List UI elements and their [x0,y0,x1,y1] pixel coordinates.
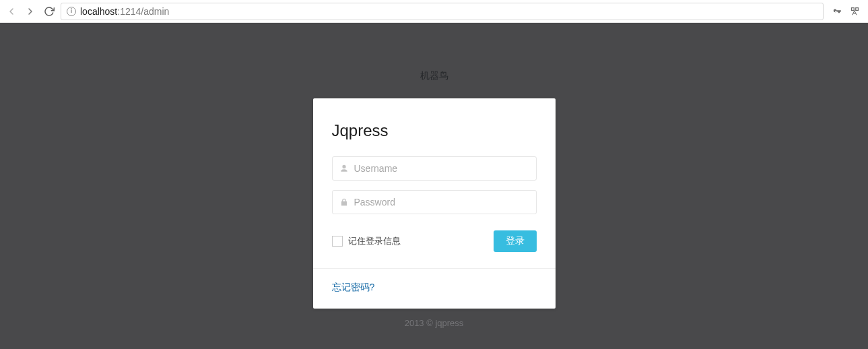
remember-label: 记住登录信息 [348,235,401,247]
remember-row[interactable]: 记住登录信息 [332,235,401,247]
page-body: 机器鸟 Jqpress 记住登录信息 登录 [0,23,868,349]
password-group [332,190,537,214]
site-title: 机器鸟 [420,70,448,82]
username-input[interactable] [354,163,529,174]
url-text: localhost:1214/admin [80,6,817,17]
forgot-password-link[interactable]: 忘记密码? [332,282,375,292]
username-group [332,156,537,181]
user-icon [339,164,349,173]
translate-icon[interactable] [849,6,860,17]
forward-button[interactable] [23,4,38,19]
copyright: 2013 © jqpress [405,318,464,328]
site-info-icon[interactable]: i [67,7,76,16]
reload-button[interactable] [42,4,57,19]
chrome-actions [828,6,864,17]
url-bar[interactable]: i localhost:1214/admin [61,3,824,20]
login-button[interactable]: 登录 [494,230,537,252]
login-card: Jqpress 记住登录信息 登录 [313,98,556,309]
remember-checkbox[interactable] [332,236,343,247]
password-input[interactable] [354,197,529,208]
key-icon[interactable] [832,6,842,17]
back-button[interactable] [4,4,19,19]
brand-title: Jqpress [332,121,537,140]
browser-chrome: i localhost:1214/admin [0,0,868,23]
lock-icon [339,197,349,207]
